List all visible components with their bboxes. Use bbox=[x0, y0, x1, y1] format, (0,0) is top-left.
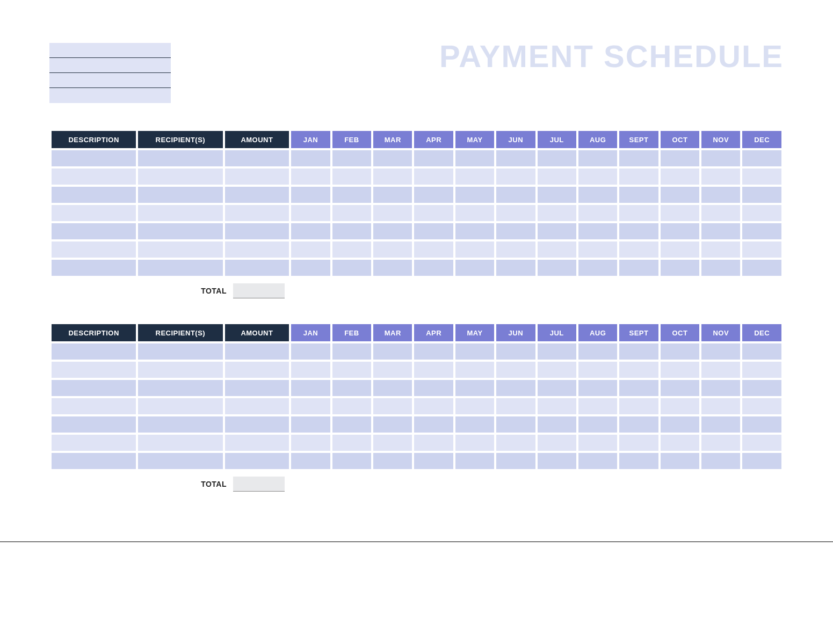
table-cell[interactable] bbox=[661, 362, 699, 378]
table-cell[interactable] bbox=[225, 343, 289, 360]
table-cell[interactable] bbox=[291, 453, 330, 469]
table-cell[interactable] bbox=[742, 150, 781, 166]
table-cell[interactable] bbox=[373, 187, 412, 203]
table-cell[interactable] bbox=[619, 205, 658, 221]
total-value-box[interactable] bbox=[233, 477, 285, 492]
table-cell[interactable] bbox=[742, 343, 781, 360]
table-cell[interactable] bbox=[538, 187, 576, 203]
company-info-line[interactable] bbox=[49, 73, 171, 88]
table-cell[interactable] bbox=[332, 362, 371, 378]
table-cell[interactable] bbox=[701, 343, 740, 360]
table-cell[interactable] bbox=[538, 380, 576, 396]
table-cell[interactable] bbox=[138, 453, 222, 469]
table-cell[interactable] bbox=[661, 241, 699, 258]
table-cell[interactable] bbox=[578, 187, 617, 203]
table-cell[interactable] bbox=[291, 380, 330, 396]
table-cell[interactable] bbox=[742, 362, 781, 378]
table-cell[interactable] bbox=[332, 435, 371, 451]
table-cell[interactable] bbox=[701, 416, 740, 433]
table-cell[interactable] bbox=[496, 416, 535, 433]
table-cell[interactable] bbox=[619, 398, 658, 414]
table-cell[interactable] bbox=[373, 380, 412, 396]
table-cell[interactable] bbox=[414, 380, 453, 396]
table-cell[interactable] bbox=[661, 223, 699, 239]
table-cell[interactable] bbox=[138, 398, 222, 414]
table-cell[interactable] bbox=[455, 453, 494, 469]
table-cell[interactable] bbox=[661, 169, 699, 185]
table-cell[interactable] bbox=[225, 435, 289, 451]
table-cell[interactable] bbox=[701, 453, 740, 469]
table-cell[interactable] bbox=[742, 398, 781, 414]
table-cell[interactable] bbox=[619, 380, 658, 396]
company-info-line[interactable] bbox=[49, 43, 171, 58]
table-cell[interactable] bbox=[414, 150, 453, 166]
table-cell[interactable] bbox=[52, 241, 136, 258]
table-cell[interactable] bbox=[455, 241, 494, 258]
table-cell[interactable] bbox=[496, 260, 535, 276]
table-cell[interactable] bbox=[291, 260, 330, 276]
table-cell[interactable] bbox=[332, 150, 371, 166]
table-cell[interactable] bbox=[496, 343, 535, 360]
table-cell[interactable] bbox=[701, 241, 740, 258]
table-cell[interactable] bbox=[742, 435, 781, 451]
table-cell[interactable] bbox=[52, 453, 136, 469]
table-cell[interactable] bbox=[742, 453, 781, 469]
table-cell[interactable] bbox=[455, 205, 494, 221]
table-cell[interactable] bbox=[332, 241, 371, 258]
table-cell[interactable] bbox=[619, 169, 658, 185]
table-cell[interactable] bbox=[332, 398, 371, 414]
table-cell[interactable] bbox=[619, 343, 658, 360]
company-info-line[interactable] bbox=[49, 88, 171, 103]
table-cell[interactable] bbox=[225, 398, 289, 414]
table-cell[interactable] bbox=[291, 398, 330, 414]
table-cell[interactable] bbox=[138, 416, 222, 433]
table-cell[interactable] bbox=[414, 260, 453, 276]
table-cell[interactable] bbox=[619, 241, 658, 258]
table-cell[interactable] bbox=[414, 343, 453, 360]
table-cell[interactable] bbox=[742, 380, 781, 396]
table-cell[interactable] bbox=[332, 187, 371, 203]
table-cell[interactable] bbox=[578, 260, 617, 276]
table-cell[interactable] bbox=[701, 435, 740, 451]
table-cell[interactable] bbox=[225, 416, 289, 433]
table-cell[interactable] bbox=[496, 223, 535, 239]
table-cell[interactable] bbox=[52, 380, 136, 396]
table-cell[interactable] bbox=[661, 398, 699, 414]
table-cell[interactable] bbox=[701, 362, 740, 378]
table-cell[interactable] bbox=[138, 150, 222, 166]
table-cell[interactable] bbox=[619, 435, 658, 451]
table-cell[interactable] bbox=[332, 380, 371, 396]
table-cell[interactable] bbox=[291, 416, 330, 433]
table-cell[interactable] bbox=[496, 150, 535, 166]
table-cell[interactable] bbox=[52, 150, 136, 166]
table-cell[interactable] bbox=[138, 380, 222, 396]
table-cell[interactable] bbox=[455, 398, 494, 414]
table-cell[interactable] bbox=[661, 416, 699, 433]
table-cell[interactable] bbox=[496, 205, 535, 221]
table-cell[interactable] bbox=[138, 205, 222, 221]
table-cell[interactable] bbox=[455, 362, 494, 378]
table-cell[interactable] bbox=[455, 223, 494, 239]
table-cell[interactable] bbox=[496, 187, 535, 203]
table-cell[interactable] bbox=[496, 169, 535, 185]
table-cell[interactable] bbox=[578, 380, 617, 396]
table-cell[interactable] bbox=[414, 205, 453, 221]
table-cell[interactable] bbox=[373, 435, 412, 451]
table-cell[interactable] bbox=[291, 343, 330, 360]
table-cell[interactable] bbox=[373, 398, 412, 414]
table-cell[interactable] bbox=[496, 380, 535, 396]
table-cell[interactable] bbox=[52, 260, 136, 276]
table-cell[interactable] bbox=[661, 205, 699, 221]
table-cell[interactable] bbox=[742, 187, 781, 203]
table-cell[interactable] bbox=[538, 169, 576, 185]
table-cell[interactable] bbox=[414, 435, 453, 451]
table-cell[interactable] bbox=[701, 380, 740, 396]
table-cell[interactable] bbox=[496, 435, 535, 451]
table-cell[interactable] bbox=[661, 435, 699, 451]
table-cell[interactable] bbox=[742, 169, 781, 185]
table-cell[interactable] bbox=[138, 362, 222, 378]
table-cell[interactable] bbox=[291, 435, 330, 451]
table-cell[interactable] bbox=[538, 150, 576, 166]
table-cell[interactable] bbox=[538, 398, 576, 414]
table-cell[interactable] bbox=[578, 362, 617, 378]
